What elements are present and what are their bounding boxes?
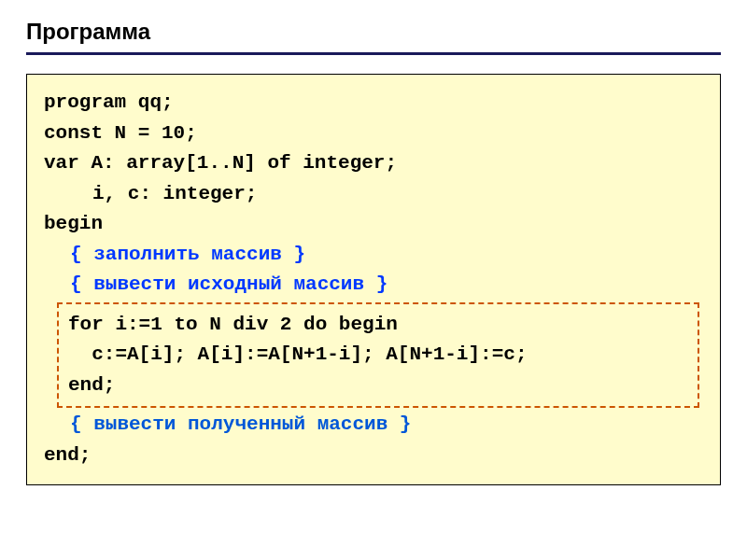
code-block: program qq; const N = 10; var A: array[1… (26, 74, 721, 485)
code-line: program qq; (44, 88, 703, 119)
highlighted-code-block: for i:=1 to N div 2 do begin c:=A[i]; A[… (57, 302, 699, 409)
code-line: end; (44, 441, 703, 471)
title-underline (26, 52, 721, 55)
code-comment: { вывести исходный массив } (44, 270, 703, 301)
code-line: var A: array[1..N] of integer; (44, 148, 703, 179)
code-comment: { вывести полученный массив } (44, 410, 703, 441)
code-line: c:=A[i]; A[i]:=A[N+1-i]; A[N+1-i]:=c; (68, 340, 690, 371)
code-line: i, c: integer; (44, 179, 703, 210)
code-comment: { заполнить массив } (44, 240, 703, 271)
page-title: Программа (26, 19, 721, 45)
code-line: for i:=1 to N div 2 do begin (68, 310, 690, 341)
code-line: begin (44, 209, 703, 240)
code-line: end; (68, 371, 690, 401)
code-line: const N = 10; (44, 119, 703, 149)
